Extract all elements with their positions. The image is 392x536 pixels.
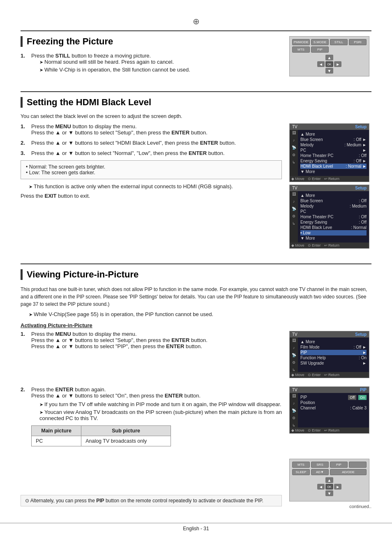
pip-tv2-body: PIP Off On Position Channel: Cable 3 bbox=[298, 393, 369, 427]
pip-tv1-col: TV Setup 🖼 ♪ 📡 ⚙ ↳ ▲ More F bbox=[289, 331, 371, 381]
p1-row3: Function Help: On bbox=[300, 355, 367, 360]
pip-remote-col: MTS SRS PIP SLEEP AD▼ AD/ODE ▲ ◄ OK bbox=[289, 459, 371, 509]
hdmi-tv1: TV Setup 🖼 ♪ 📡 ⚙ ↳ ▲ More B bbox=[289, 123, 369, 182]
freeze-title: Freezing the Picture bbox=[21, 36, 282, 47]
setup-icon-tv1: ⚙ bbox=[292, 153, 295, 157]
pip-tv1: TV Setup 🖼 ♪ 📡 ⚙ ↳ ▲ More F bbox=[289, 331, 369, 378]
hdmi-note-low: • Low: The screen gets darker. bbox=[26, 170, 277, 176]
hdmi-step1-end: button. bbox=[189, 129, 207, 136]
freeze-section: Freezing the Picture 1. Press the STILL … bbox=[21, 30, 371, 79]
hdmi-step2-enter: ENTER bbox=[200, 140, 218, 146]
hdmi-tv1-left: TV bbox=[292, 125, 297, 129]
hdmi-note-normal: • Normal: The screen gets brighter. bbox=[26, 164, 277, 170]
pip-tv1-footer: ◆ Move⊙ Enter↩ Return bbox=[290, 372, 369, 378]
psri-btn: PSRI bbox=[349, 39, 367, 45]
hdmi-step1-pre: Press the bbox=[31, 123, 55, 129]
tv1-row5: Energy Saving: Off ► bbox=[300, 158, 367, 164]
pip-btn-top: PIP bbox=[311, 46, 329, 53]
hdmi-tv1-main: 🖼 ♪ 📡 ⚙ ↳ ▲ More Blue Screen: Off ► Melo… bbox=[290, 130, 369, 176]
s-icon: ♪ bbox=[293, 346, 295, 350]
pip-r: PIP bbox=[330, 462, 348, 468]
tv1-row4: Home Theater PC: Off bbox=[300, 153, 367, 158]
p1-row4: SW Upgrade► bbox=[300, 360, 367, 366]
pip-section: Viewing Picture-in-Picture This product … bbox=[21, 263, 371, 509]
page-footer: English - 31 bbox=[0, 523, 392, 531]
tv2-row0: ▲ More bbox=[300, 193, 367, 198]
dpad-left: ◄ bbox=[317, 61, 325, 67]
dpad-up: ▲ bbox=[325, 55, 333, 60]
in-icon: ↳ bbox=[292, 368, 295, 372]
hdmi-exit: Press the EXIT button to exit. bbox=[21, 193, 282, 199]
hdmi-tv1-footer: ◆ Move⊙ Enter↩ Return bbox=[290, 176, 369, 182]
hdmi-tv2-left-icons: 🖼 ♪ 📡 ⚙ ↳ bbox=[290, 191, 298, 243]
hdmi-menu-bold: MENU bbox=[55, 123, 71, 129]
mts-btn-top: MTS bbox=[292, 46, 310, 53]
pip-tv1-body: ▲ More Film Mode: Off ► PIP► Function He… bbox=[298, 337, 369, 372]
tv2-row6: HDMI Black Leve: Normal bbox=[300, 225, 367, 230]
tv2-row4: Home Theater PC: Off bbox=[300, 214, 367, 219]
p1-row2: PIP► bbox=[300, 350, 367, 355]
p2-row0: PIP Off On bbox=[300, 395, 367, 400]
pip-table-r1c2: Analog TV broadcasts only bbox=[81, 436, 171, 446]
hdmi-tv1-left-icons: 🖼 ♪ 📡 ⚙ ↳ bbox=[290, 130, 298, 176]
freeze-step1-rest: button to freeze a moving picture. bbox=[70, 53, 151, 59]
pip-table-header: Main picture Sub picture bbox=[32, 426, 171, 436]
tv2-row3: PC bbox=[300, 209, 367, 214]
freeze-bullet1: Normal sound will still be heard. Press … bbox=[39, 59, 282, 65]
pip-step2-enter: ENTER bbox=[55, 386, 74, 393]
pic-icon: 🖼 bbox=[292, 131, 296, 135]
dpad2-enter: OK bbox=[325, 484, 333, 490]
hdmi-tv2-body: ▲ More Blue Screen: Off Melody: Medium P… bbox=[298, 191, 369, 243]
still-btn: STILL bbox=[330, 39, 348, 45]
pip-table: Main picture Sub picture PC Analog TV br… bbox=[31, 425, 171, 446]
in2-icon: ↳ bbox=[292, 423, 295, 427]
hdmi-enter-bold: ENTER bbox=[171, 129, 189, 136]
hdmi-tv2-header: TV Setup bbox=[290, 185, 369, 191]
hdmi-tv2-footer: ◆ Move⊙ Enter↩ Return bbox=[290, 243, 369, 248]
freeze-remote-img: PMMODE S.MODE STILL PSRI MTS PIP ▲ ◄ OK … bbox=[289, 36, 371, 79]
pip-title: Viewing Picture-in-Picture bbox=[21, 269, 371, 280]
dpad-enter: OK bbox=[325, 61, 333, 67]
c2-icon: 📡 bbox=[292, 409, 296, 413]
sound-icon: ♪ bbox=[293, 138, 295, 142]
tv2-row2: Melody: Medium bbox=[300, 203, 367, 209]
setup-icon-tv2: ⚙ bbox=[292, 214, 295, 218]
freeze-bullet2: While V-Chip is in operation, the Still … bbox=[39, 67, 282, 73]
hdmi-intro: You can select the black level on the sc… bbox=[21, 113, 371, 119]
pip-note-bold: PIP bbox=[96, 498, 104, 504]
hdmi-tv1-body: ▲ More Blue Screen: Off ► Melody: Medium… bbox=[298, 130, 369, 176]
pip-step2: 2. Press the ENTER button again. Press t… bbox=[21, 386, 282, 451]
p-icon: 🖼 bbox=[292, 338, 296, 342]
footer-label: English - 31 bbox=[183, 526, 209, 531]
tv1-row1: Blue Screen: Off ► bbox=[300, 137, 367, 142]
pip-table-col2: Sub picture bbox=[81, 426, 171, 436]
hdmi-exit-bold: EXIT bbox=[45, 193, 57, 199]
tv2-row1: Blue Screen: Off bbox=[300, 198, 367, 203]
hdmi-screenshots: TV Setup 🖼 ♪ 📡 ⚙ ↳ ▲ More B bbox=[289, 123, 371, 251]
pip-dpad: ▲ ◄ OK ► ▼ bbox=[317, 477, 342, 496]
hdmi-arrow-note: This function is active only when the ex… bbox=[29, 183, 282, 189]
tv1-row3: PC► bbox=[300, 148, 367, 153]
hdmi-divider bbox=[21, 91, 371, 92]
pip-bottom-note: Alternately, you can press the PIP butto… bbox=[21, 495, 282, 506]
pip-step1: 1. Press the MENU button to display the … bbox=[21, 331, 282, 349]
p2-row2: Channel: Cable 3 bbox=[300, 405, 367, 411]
pip-step1-menu: MENU bbox=[55, 331, 71, 337]
tv2-row7: • Low bbox=[300, 230, 367, 236]
tv1-row6: HDMI Black Level: Normal ► bbox=[300, 164, 367, 169]
freeze-remote-buttons: PMMODE S.MODE STILL PSRI MTS PIP bbox=[292, 39, 367, 53]
pip-tv1-left: TV bbox=[292, 332, 297, 337]
compass-icon: ⊕ bbox=[193, 16, 200, 26]
p1-row0: ▲ More bbox=[300, 339, 367, 344]
pip-table-row1: PC Analog TV broadcasts only bbox=[32, 436, 171, 446]
tv2-row8: ▼ More bbox=[300, 236, 367, 241]
smode-btn: S.MODE bbox=[311, 39, 329, 45]
tv1-row7: ▼ More bbox=[300, 169, 367, 174]
sleep-r: SLEEP bbox=[292, 469, 310, 475]
pip-bullet1: While V-Chip(See page 55) is in operatio… bbox=[29, 311, 371, 317]
p2-row1: Position bbox=[300, 400, 367, 405]
ch-icon: 📡 bbox=[292, 146, 296, 150]
pip-tv2-main: 🖼 ♪ 📡 ⚙ ↳ PIP Off On bbox=[290, 393, 369, 427]
hdmi-tv2-left: TV bbox=[292, 186, 297, 190]
ch-icon2: 📡 bbox=[292, 207, 296, 211]
